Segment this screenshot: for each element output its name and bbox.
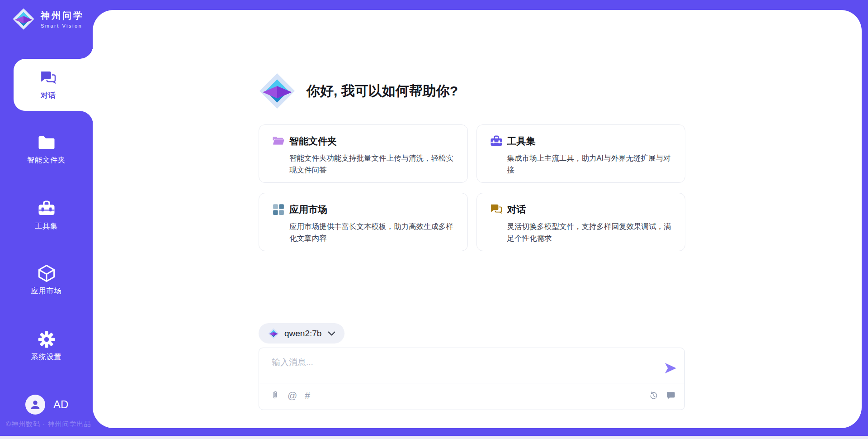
card-header: 应用市场 <box>272 203 460 216</box>
sidebar-item-label: 系统设置 <box>31 353 62 362</box>
grid-icon <box>272 203 285 216</box>
sidebar-item-app-market[interactable]: 应用市场 <box>0 264 93 296</box>
message-composer: @ # <box>259 348 685 410</box>
folder-open-icon <box>272 134 285 148</box>
folder-icon <box>37 133 56 152</box>
chevron-down-icon <box>328 331 335 336</box>
card-description: 应用市场提供丰富长文本模板，助力高效生成多样化文章内容 <box>289 220 460 244</box>
model-diamond-icon <box>268 328 279 339</box>
card-description: 灵活切换多模型文件，支持多样回复效果调试，满足个性化需求 <box>507 220 678 244</box>
greeting-text: 你好, 我可以如何帮助你? <box>307 82 458 100</box>
copyright-text: ©神州数码 · 神州问学出品 <box>6 420 91 429</box>
card-chat[interactable]: 对话 灵活切换多模型文件，支持多样回复效果调试，满足个性化需求 <box>476 193 686 251</box>
card-title: 应用市场 <box>289 203 327 216</box>
composer-divider <box>259 383 684 383</box>
avatar <box>25 395 45 415</box>
sidebar-item-label: 智能文件夹 <box>27 156 66 165</box>
toolbox-icon <box>490 134 503 148</box>
card-toolbox[interactable]: 工具集 集成市场上主流工具，助力AI与外界无缝扩展与对接 <box>476 124 686 183</box>
chat-icon <box>490 203 503 216</box>
gear-icon <box>37 330 56 349</box>
chat-icon <box>39 69 57 87</box>
toolbox-icon <box>37 199 56 218</box>
app-logo: 神州问学 Smart Vision <box>12 7 84 31</box>
card-app-market[interactable]: 应用市场 应用市场提供丰富长文本模板，助力高效生成多样化文章内容 <box>259 193 468 251</box>
sidebar-item-chat[interactable]: 对话 <box>14 59 93 111</box>
user-profile[interactable]: AD <box>25 395 68 415</box>
window-bottom-edge <box>0 436 868 439</box>
person-icon <box>29 399 41 410</box>
chat-bubble-icon[interactable] <box>665 391 675 401</box>
card-title: 工具集 <box>507 135 536 148</box>
assistant-diamond-icon <box>258 72 297 110</box>
card-title: 对话 <box>507 203 526 216</box>
hash-icon[interactable]: # <box>305 391 310 401</box>
send-button[interactable] <box>664 362 677 374</box>
feature-cards: 智能文件夹 智能文件夹功能支持批量文件上传与清洗，轻松实现文件问答 工具集 集成… <box>259 124 685 251</box>
paperclip-icon[interactable] <box>270 391 280 401</box>
message-input[interactable] <box>271 356 648 381</box>
history-icon[interactable] <box>649 391 659 401</box>
card-header: 工具集 <box>490 134 678 148</box>
sidebar-item-toolbox[interactable]: 工具集 <box>0 199 93 231</box>
at-icon[interactable]: @ <box>288 391 297 401</box>
cube-icon <box>37 264 56 283</box>
brand-text: 神州问学 Smart Vision <box>41 10 84 29</box>
card-smart-folder[interactable]: 智能文件夹 智能文件夹功能支持批量文件上传与清洗，轻松实现文件问答 <box>259 124 468 183</box>
model-selector[interactable]: qwen2:7b <box>259 323 344 344</box>
card-title: 智能文件夹 <box>289 135 337 148</box>
card-header: 对话 <box>490 203 678 216</box>
sidebar-item-label: 对话 <box>41 91 56 100</box>
sidebar-item-smart-folder[interactable]: 智能文件夹 <box>0 133 93 165</box>
brand-name: 神州问学 <box>41 10 84 22</box>
card-description: 智能文件夹功能支持批量文件上传与清洗，轻松实现文件问答 <box>289 152 460 176</box>
composer-tools-right <box>649 391 675 401</box>
sidebar-item-label: 工具集 <box>35 222 58 231</box>
composer-tools-left: @ # <box>270 391 310 401</box>
card-description: 集成市场上主流工具，助力AI与外界无缝扩展与对接 <box>507 152 678 176</box>
brand-subtitle: Smart Vision <box>41 23 84 29</box>
sidebar-item-settings[interactable]: 系统设置 <box>0 330 93 362</box>
brand-diamond-icon <box>12 7 35 31</box>
model-name: qwen2:7b <box>284 329 321 339</box>
greeting-row: 你好, 我可以如何帮助你? <box>258 72 458 110</box>
sidebar-item-label: 应用市场 <box>31 286 62 296</box>
user-initials: AD <box>53 398 68 411</box>
card-header: 智能文件夹 <box>272 134 460 148</box>
send-icon <box>664 362 677 374</box>
